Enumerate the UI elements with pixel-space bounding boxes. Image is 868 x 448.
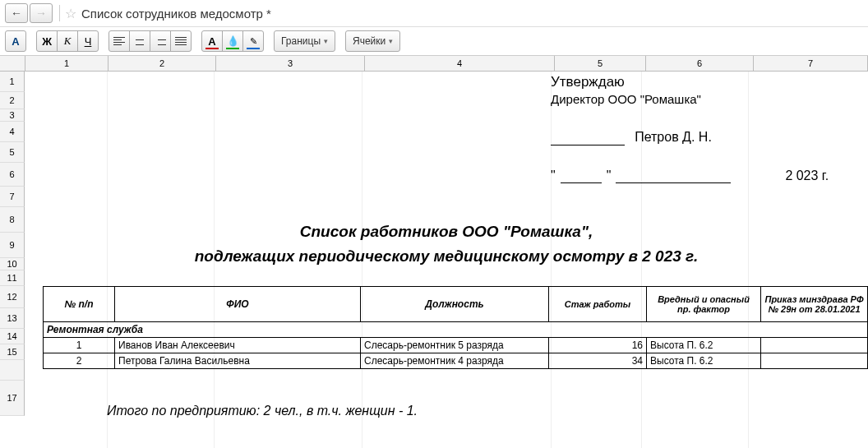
th-order: Приказ минздрава РФ № 29н от 28.01.2021 <box>761 287 868 322</box>
col-header[interactable]: 5 <box>555 56 646 72</box>
th-fio: ФИО <box>115 287 361 322</box>
font-color-button[interactable]: А <box>5 30 26 52</box>
data-table-wrap: № п/п ФИО Должность Стаж работы Вредный … <box>43 286 868 369</box>
cell-order[interactable] <box>761 338 868 353</box>
italic-button[interactable]: К <box>57 30 78 52</box>
sheet-header-row: 1 2 3 4 5 6 7 <box>0 56 868 72</box>
col-header[interactable]: 2 <box>108 56 216 72</box>
cell-num[interactable]: 2 <box>44 353 115 369</box>
row-header[interactable]: 17 <box>0 381 25 416</box>
cell-exp[interactable]: 16 <box>549 338 647 353</box>
cell-order[interactable] <box>761 353 868 369</box>
th-position: Должность <box>361 287 549 322</box>
align-group <box>108 30 192 52</box>
th-experience: Стаж работы <box>549 287 647 322</box>
th-num: № п/п <box>44 287 115 322</box>
cell-factor[interactable]: Высота П. 6.2 <box>647 338 761 353</box>
row-header[interactable]: 15 <box>0 344 25 360</box>
cell-position[interactable]: Слесарь-ремонтник 4 разряда <box>361 353 549 369</box>
section-row: Ремонтная служба <box>44 322 868 338</box>
bold-label: Ж <box>42 35 52 48</box>
chevron-down-icon: ▾ <box>389 37 393 45</box>
font-color-letter: А <box>12 35 19 48</box>
text-color-button[interactable]: А <box>201 30 223 52</box>
sheet-corner[interactable] <box>0 56 25 72</box>
section-name: Ремонтная служба <box>44 322 868 338</box>
col-header[interactable]: 4 <box>365 56 555 72</box>
row-header[interactable]: 8 <box>0 207 25 233</box>
bold-button[interactable]: Ж <box>36 30 58 52</box>
approval-name: Петров Д. Н. <box>635 130 712 144</box>
cell-fio[interactable]: Петрова Галина Васильевна <box>115 353 361 369</box>
italic-label: К <box>64 35 72 48</box>
row-header[interactable]: 1 <box>0 72 25 92</box>
cells-label: Ячейки <box>353 35 386 47</box>
row-header[interactable]: 9 <box>0 233 25 258</box>
cell-num[interactable]: 1 <box>44 338 115 353</box>
row-header[interactable]: 3 <box>0 109 25 122</box>
align-center-button[interactable] <box>129 30 150 52</box>
table-row: 1 Иванов Иван Алексеевич Слесарь-ремонтн… <box>44 338 868 353</box>
align-justify-button[interactable] <box>170 30 192 52</box>
row-header[interactable]: 10 <box>0 258 25 270</box>
date-month-line <box>616 182 731 183</box>
col-header[interactable]: 1 <box>25 56 108 72</box>
text-color-letter: А <box>208 35 215 48</box>
back-button[interactable]: ← <box>5 3 28 23</box>
pencil-icon: ✎ <box>250 36 257 47</box>
bucket-icon: 💧 <box>227 35 239 47</box>
quote-open: " <box>551 169 556 183</box>
approval-title: Утверждаю <box>551 73 712 91</box>
document-title: Список сотрудников медосмотр * <box>81 7 271 21</box>
signature-line <box>551 145 625 145</box>
approval-block: Утверждаю Директор ООО "Ромашка" Петров … <box>551 73 712 145</box>
border-color-button[interactable]: ✎ <box>242 30 264 52</box>
date-day-line <box>561 182 602 183</box>
border-color-bar <box>247 48 260 49</box>
title-line2: подлежащих периодическому медицинскому о… <box>25 244 868 269</box>
row-header[interactable]: 12 <box>0 286 25 308</box>
underline-button[interactable]: Ч <box>77 30 99 52</box>
cells-dropdown[interactable]: Ячейки▾ <box>345 30 400 52</box>
cell-exp[interactable]: 34 <box>549 353 647 369</box>
table-header-row: № п/п ФИО Должность Стаж работы Вредный … <box>44 287 868 322</box>
row-header[interactable]: 7 <box>0 187 25 207</box>
fill-color-bar <box>226 48 239 49</box>
employees-table: № п/п ФИО Должность Стаж работы Вредный … <box>43 286 868 369</box>
quote-close: " <box>607 169 612 183</box>
chevron-down-icon: ▾ <box>324 37 328 45</box>
format-toolbar: А Ж К Ч А 💧 ✎ Границы▾ Ячейки▾ <box>0 27 868 56</box>
text-color-bar <box>205 48 219 49</box>
color-group: А 💧 ✎ <box>201 30 264 52</box>
document-main-title: Список работников ООО "Ромашка", подлежа… <box>25 219 868 270</box>
row-header[interactable]: 13 <box>0 308 25 329</box>
row-header[interactable]: 11 <box>0 270 25 286</box>
row-header[interactable]: 14 <box>0 329 25 344</box>
align-left-button[interactable] <box>108 30 130 52</box>
col-header[interactable]: 3 <box>216 56 365 72</box>
row-header[interactable]: 6 <box>0 163 25 187</box>
row-header[interactable] <box>0 360 25 381</box>
title-bar: ← → ☆ Список сотрудников медосмотр * <box>0 0 868 27</box>
col-header[interactable]: 7 <box>754 56 868 72</box>
cell-fio[interactable]: Иванов Иван Алексеевич <box>115 338 361 353</box>
date-year: 2 023 г. <box>785 169 829 183</box>
totals-line: Итого по предприятию: 2 чел., в т.ч. жен… <box>107 404 418 418</box>
fill-color-button[interactable]: 💧 <box>222 30 243 52</box>
cell-position[interactable]: Слесарь-ремонтник 5 разряда <box>361 338 549 353</box>
sheet-content[interactable]: Утверждаю Директор ООО "Ромашка" Петров … <box>25 72 868 448</box>
nav-separator <box>59 5 60 21</box>
th-factor: Вредный и опасный пр. фактор <box>647 287 761 322</box>
table-row: 2 Петрова Галина Васильевна Слесарь-ремо… <box>44 353 868 369</box>
align-right-button[interactable] <box>150 30 171 52</box>
row-header[interactable]: 5 <box>0 142 25 163</box>
forward-button[interactable]: → <box>30 3 53 23</box>
row-header[interactable]: 2 <box>0 92 25 109</box>
borders-label: Границы <box>281 35 321 47</box>
borders-dropdown[interactable]: Границы▾ <box>274 30 335 52</box>
cell-factor[interactable]: Высота П. 6.2 <box>647 353 761 369</box>
col-header[interactable]: 6 <box>646 56 754 72</box>
favorite-icon[interactable]: ☆ <box>65 6 76 21</box>
approval-director: Директор ООО "Ромашка" <box>551 91 712 108</box>
row-header[interactable]: 4 <box>0 122 25 142</box>
